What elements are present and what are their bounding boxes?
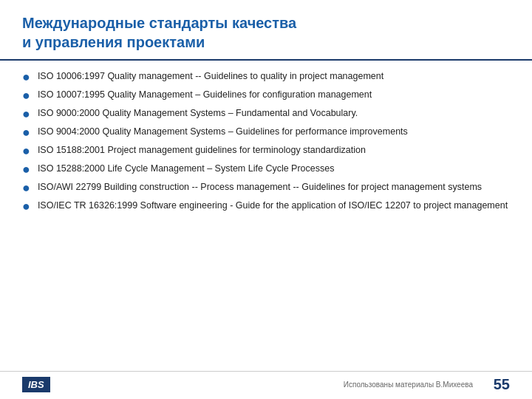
bullet-icon: ●: [22, 200, 30, 213]
list-item: ● ISO 9000:2000 Quality Management Syste…: [22, 106, 510, 120]
list-item: ● ISO 9004:2000 Quality Management Syste…: [22, 125, 510, 139]
list-item: ● ISO 15288:2000 Life Cycle Management –…: [22, 162, 510, 176]
bullet-icon: ●: [22, 70, 30, 83]
footer-credit: Использованы материалы В.Михеева: [50, 381, 473, 389]
bullet-text: ISO 9004:2000 Quality Management Systems…: [38, 125, 510, 138]
bullet-icon: ●: [22, 126, 30, 139]
bullet-text: ISO 9000:2000 Quality Management Systems…: [38, 106, 510, 120]
bullet-text: ISO 15288:2000 Life Cycle Management – S…: [38, 162, 510, 175]
content-area: ● ISO 10006:1997 Quality management -- G…: [0, 61, 532, 371]
page: Международные стандарты качества и управ…: [0, 0, 532, 399]
title-line1: Международные стандарты качества: [22, 15, 296, 31]
page-title: Международные стандарты качества и управ…: [22, 13, 510, 52]
header: Международные стандарты качества и управ…: [0, 0, 532, 61]
list-item: ● ISO 10007:1995 Quality Management – Gu…: [22, 88, 510, 102]
page-number: 55: [488, 376, 510, 393]
bullet-text: ISO/IEC TR 16326:1999 Software engineeri…: [38, 199, 510, 212]
bullet-icon: ●: [22, 144, 30, 157]
list-item: ● ISO/IEC TR 16326:1999 Software enginee…: [22, 199, 510, 213]
bullet-text: ISO 10007:1995 Quality Management – Guid…: [38, 88, 510, 101]
list-item: ● ISO 15188:2001 Project management guid…: [22, 143, 510, 157]
list-item: ● ISO 10006:1997 Quality management -- G…: [22, 69, 510, 83]
bullet-icon: ●: [22, 89, 30, 102]
title-line2: и управления проектами: [22, 34, 205, 50]
list-item: ● ISO/AWI 22799 Building construction --…: [22, 180, 510, 194]
bullet-text: ISO 10006:1997 Quality management -- Gui…: [38, 69, 510, 83]
logo: IBS: [22, 377, 50, 392]
bullet-text: ISO/AWI 22799 Building construction -- P…: [38, 180, 510, 194]
footer: IBS Использованы материалы В.Михеева 55: [0, 371, 532, 399]
bullet-text: ISO 15188:2001 Project management guidel…: [38, 143, 510, 157]
bullet-icon: ●: [22, 107, 30, 120]
bullet-icon: ●: [22, 181, 30, 194]
bullet-icon: ●: [22, 163, 30, 176]
